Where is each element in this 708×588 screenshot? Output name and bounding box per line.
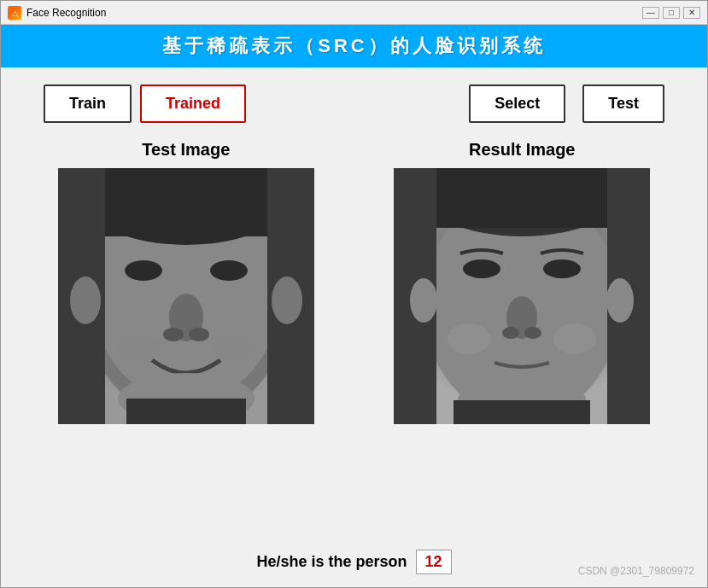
result-image: [394, 168, 650, 424]
result-image-label: Result Image: [469, 140, 575, 160]
result-face-svg: [394, 168, 650, 424]
maximize-button[interactable]: □: [663, 7, 680, 19]
result-prefix: He/she is the person: [256, 553, 407, 571]
svg-rect-14: [126, 399, 246, 424]
button-row: Train Trained Select Test: [26, 84, 682, 123]
svg-point-30: [524, 327, 541, 339]
result-image-panel: Result Image: [394, 140, 650, 424]
left-button-group: Train Trained: [44, 84, 246, 123]
svg-rect-5: [92, 168, 280, 236]
minimize-button[interactable]: —: [642, 7, 659, 19]
header-banner: 基于稀疏表示（SRC）的人脸识别系统: [1, 25, 707, 67]
svg-point-29: [502, 327, 519, 339]
watermark: CSDN @2301_79809972: [578, 565, 694, 577]
test-button[interactable]: Test: [582, 84, 664, 123]
svg-point-8: [125, 260, 162, 281]
title-bar: △ Face Recognition — □ ✕: [1, 1, 707, 25]
main-window: △ Face Recognition — □ ✕ 基于稀疏表示（SRC）的人脸识…: [0, 0, 708, 588]
test-image-panel: Test Image: [58, 140, 314, 424]
svg-point-9: [210, 260, 248, 281]
title-bar-controls: — □ ✕: [642, 7, 700, 19]
test-image: [58, 168, 314, 424]
svg-point-11: [163, 328, 184, 341]
app-icon: △: [8, 6, 21, 20]
header-title: 基于稀疏表示（SRC）的人脸识别系统: [162, 33, 545, 59]
result-number: 12: [416, 550, 452, 574]
trained-button[interactable]: Trained: [140, 84, 246, 123]
images-row: Test Image: [26, 140, 682, 537]
svg-point-33: [410, 278, 437, 323]
svg-point-35: [448, 323, 490, 354]
select-button[interactable]: Select: [469, 84, 565, 123]
svg-point-36: [553, 323, 596, 354]
svg-point-16: [272, 277, 302, 324]
svg-point-12: [189, 328, 209, 341]
svg-rect-32: [453, 400, 590, 424]
window-title: Face Recognition: [26, 7, 106, 19]
right-button-group: Select Test: [469, 84, 664, 123]
close-button[interactable]: ✕: [683, 7, 700, 19]
svg-point-15: [70, 277, 101, 324]
svg-point-27: [543, 259, 581, 278]
test-face-svg: [58, 168, 314, 424]
svg-point-34: [606, 278, 634, 323]
train-button[interactable]: Train: [44, 84, 132, 123]
svg-point-18: [209, 335, 257, 360]
svg-point-26: [463, 259, 500, 278]
main-content: Train Trained Select Test Test Image: [1, 67, 707, 587]
svg-rect-23: [424, 168, 620, 228]
svg-point-17: [115, 335, 163, 360]
title-bar-left: △ Face Recognition: [8, 6, 106, 20]
test-image-label: Test Image: [142, 140, 230, 160]
